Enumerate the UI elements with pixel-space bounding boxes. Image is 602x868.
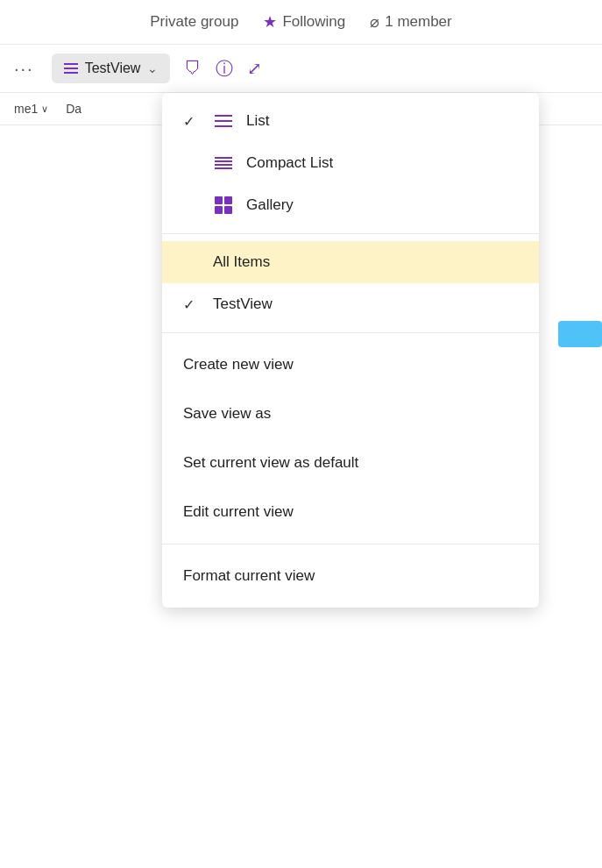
views-section: ✓ All Items ✓ TestView <box>162 234 539 333</box>
all-items-label: All Items <box>213 253 518 271</box>
actions-section: Create new view Save view as Set current… <box>162 333 539 544</box>
following-item[interactable]: ★ Following <box>263 12 345 32</box>
person-icon: ⌀ <box>370 12 379 32</box>
view-dropdown-menu: ✓ List ✓ <box>162 93 539 608</box>
member-item: ⌀ 1 member <box>370 12 452 32</box>
compact-list-label: Compact List <box>246 154 518 172</box>
list-icon <box>213 114 234 128</box>
more-options-icon[interactable]: ··· <box>14 59 34 79</box>
name-column-chevron: ∨ <box>41 103 48 115</box>
view-selector-button[interactable]: TestView ⌄ <box>52 53 171 83</box>
menu-item-testview[interactable]: ✓ TestView <box>162 283 539 325</box>
view-name-label: TestView <box>85 60 141 76</box>
private-group: Private group <box>150 13 238 31</box>
following-label: Following <box>282 13 345 31</box>
save-view-as-label: Save view as <box>183 405 271 423</box>
name-column-label: me1 <box>14 102 38 116</box>
menu-item-create-new-view[interactable]: Create new view <box>162 340 539 389</box>
create-new-view-label: Create new view <box>183 356 294 374</box>
testview-check-icon: ✓ <box>183 296 201 313</box>
menu-item-set-default[interactable]: Set current view as default <box>162 438 539 487</box>
private-group-label: Private group <box>150 13 238 31</box>
testview-label: TestView <box>213 295 518 313</box>
name-column-header[interactable]: me1 ∨ <box>14 102 48 116</box>
menu-item-gallery[interactable]: ✓ Gallery <box>162 184 539 226</box>
filter-icon[interactable]: ⛉ <box>184 59 202 79</box>
hamburger-icon <box>64 63 78 74</box>
menu-item-format-current-view[interactable]: Format current view <box>162 551 539 601</box>
format-current-view-label: Format current view <box>183 567 315 585</box>
menu-item-all-items[interactable]: ✓ All Items <box>162 241 539 283</box>
info-icon[interactable]: ⓘ <box>216 57 233 81</box>
menu-item-list[interactable]: ✓ List <box>162 100 539 142</box>
top-bar: Private group ★ Following ⌀ 1 member <box>0 0 602 45</box>
expand-icon[interactable]: ⤢ <box>247 58 262 79</box>
chevron-down-icon: ⌄ <box>147 61 158 75</box>
menu-item-edit-current-view[interactable]: Edit current view <box>162 487 539 537</box>
date-column-header[interactable]: Da <box>66 102 81 116</box>
list-check-icon: ✓ <box>183 113 201 130</box>
star-icon: ★ <box>263 12 277 32</box>
gallery-label: Gallery <box>246 196 518 214</box>
view-type-section: ✓ List ✓ <box>162 93 539 234</box>
format-section: Format current view <box>162 544 539 608</box>
background-blue-button <box>558 321 602 347</box>
list-label: List <box>246 112 518 130</box>
svg-rect-10 <box>224 206 232 214</box>
svg-rect-9 <box>215 206 223 214</box>
content-area: me1 ∨ Da ✓ List <box>0 93 602 794</box>
svg-rect-7 <box>215 196 223 204</box>
svg-rect-8 <box>224 196 232 204</box>
set-default-label: Set current view as default <box>183 454 358 472</box>
menu-item-compact-list[interactable]: ✓ Compact List <box>162 142 539 184</box>
date-column-label: Da <box>66 102 81 116</box>
edit-current-view-label: Edit current view <box>183 503 294 521</box>
menu-item-save-view-as[interactable]: Save view as <box>162 389 539 438</box>
compact-list-icon <box>213 156 234 170</box>
gallery-icon <box>213 196 234 214</box>
toolbar: ··· TestView ⌄ ⛉ ⓘ ⤢ <box>0 45 602 93</box>
member-label: 1 member <box>385 13 452 31</box>
